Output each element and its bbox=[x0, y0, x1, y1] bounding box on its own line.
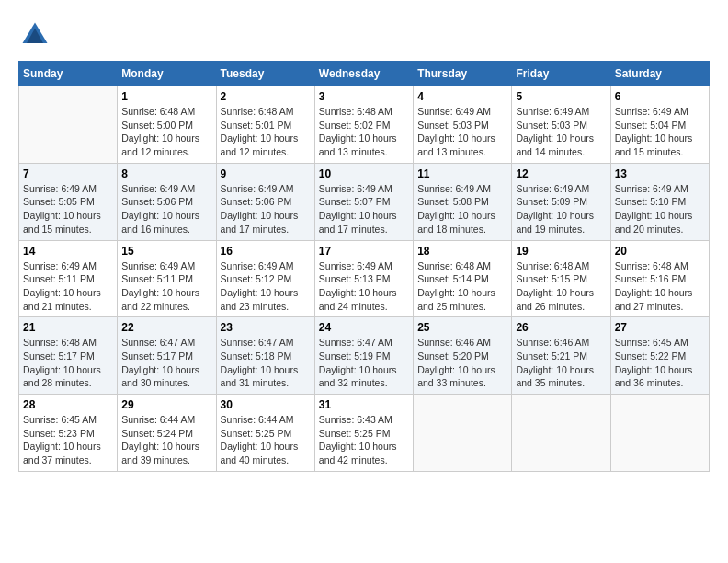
day-info: Sunrise: 6:49 AMSunset: 5:03 PMDaylight:… bbox=[417, 105, 507, 159]
day-info: Sunrise: 6:48 AMSunset: 5:16 PMDaylight:… bbox=[615, 259, 705, 314]
calendar-cell: 19Sunrise: 6:48 AMSunset: 5:15 PMDayligh… bbox=[512, 240, 610, 317]
day-number: 24 bbox=[319, 321, 409, 334]
day-number: 17 bbox=[319, 245, 409, 258]
calendar-week-row: 21Sunrise: 6:48 AMSunset: 5:17 PMDayligh… bbox=[19, 317, 710, 395]
day-info: Sunrise: 6:49 AMSunset: 5:11 PMDaylight:… bbox=[121, 259, 211, 314]
day-number: 31 bbox=[319, 398, 409, 411]
day-info: Sunrise: 6:49 AMSunset: 5:05 PMDaylight:… bbox=[23, 182, 113, 236]
calendar-cell: 3Sunrise: 6:48 AMSunset: 5:02 PMDaylight… bbox=[314, 86, 413, 164]
calendar-cell: 21Sunrise: 6:48 AMSunset: 5:17 PMDayligh… bbox=[19, 317, 118, 395]
day-number: 21 bbox=[23, 321, 113, 334]
day-info: Sunrise: 6:44 AMSunset: 5:24 PMDaylight:… bbox=[121, 413, 211, 467]
day-number: 29 bbox=[121, 398, 211, 411]
weekday-header-friday: Friday bbox=[512, 62, 610, 86]
day-info: Sunrise: 6:49 AMSunset: 5:07 PMDaylight:… bbox=[319, 182, 409, 236]
calendar-cell: 27Sunrise: 6:45 AMSunset: 5:22 PMDayligh… bbox=[610, 317, 709, 395]
calendar-cell: 12Sunrise: 6:49 AMSunset: 5:09 PMDayligh… bbox=[512, 163, 610, 240]
day-number: 6 bbox=[615, 90, 705, 103]
calendar-cell: 16Sunrise: 6:49 AMSunset: 5:12 PMDayligh… bbox=[216, 240, 314, 317]
day-number: 20 bbox=[615, 245, 705, 258]
day-number: 4 bbox=[417, 90, 507, 103]
day-info: Sunrise: 6:48 AMSunset: 5:00 PMDaylight:… bbox=[121, 105, 211, 159]
calendar-cell: 8Sunrise: 6:49 AMSunset: 5:06 PMDaylight… bbox=[118, 163, 216, 240]
day-info: Sunrise: 6:46 AMSunset: 5:20 PMDaylight:… bbox=[417, 336, 507, 390]
calendar-cell bbox=[512, 395, 610, 472]
calendar-cell: 26Sunrise: 6:46 AMSunset: 5:21 PMDayligh… bbox=[512, 317, 610, 395]
day-info: Sunrise: 6:48 AMSunset: 5:17 PMDaylight:… bbox=[23, 336, 113, 390]
calendar-cell: 2Sunrise: 6:48 AMSunset: 5:01 PMDaylight… bbox=[216, 86, 314, 164]
day-info: Sunrise: 6:49 AMSunset: 5:06 PMDaylight:… bbox=[221, 182, 311, 236]
page-header bbox=[18, 18, 710, 52]
day-info: Sunrise: 6:48 AMSunset: 5:02 PMDaylight:… bbox=[319, 105, 409, 159]
day-info: Sunrise: 6:49 AMSunset: 5:08 PMDaylight:… bbox=[417, 182, 507, 236]
day-number: 1 bbox=[121, 90, 211, 103]
weekday-header-monday: Monday bbox=[118, 62, 216, 86]
day-info: Sunrise: 6:47 AMSunset: 5:18 PMDaylight:… bbox=[221, 336, 311, 390]
weekday-header-thursday: Thursday bbox=[414, 62, 512, 86]
calendar-cell: 7Sunrise: 6:49 AMSunset: 5:05 PMDaylight… bbox=[19, 163, 118, 240]
day-number: 25 bbox=[417, 321, 507, 334]
calendar-cell: 22Sunrise: 6:47 AMSunset: 5:17 PMDayligh… bbox=[118, 317, 216, 395]
calendar-cell: 25Sunrise: 6:46 AMSunset: 5:20 PMDayligh… bbox=[414, 317, 512, 395]
day-number: 26 bbox=[516, 321, 606, 334]
calendar-cell: 15Sunrise: 6:49 AMSunset: 5:11 PMDayligh… bbox=[118, 240, 216, 317]
calendar-cell: 4Sunrise: 6:49 AMSunset: 5:03 PMDaylight… bbox=[414, 86, 512, 164]
day-number: 14 bbox=[23, 245, 113, 258]
day-number: 19 bbox=[516, 245, 606, 258]
weekday-header-tuesday: Tuesday bbox=[216, 62, 314, 86]
day-info: Sunrise: 6:47 AMSunset: 5:17 PMDaylight:… bbox=[121, 336, 211, 390]
calendar-cell: 11Sunrise: 6:49 AMSunset: 5:08 PMDayligh… bbox=[414, 163, 512, 240]
day-number: 7 bbox=[23, 167, 113, 180]
day-number: 30 bbox=[221, 398, 311, 411]
calendar-cell: 14Sunrise: 6:49 AMSunset: 5:11 PMDayligh… bbox=[19, 240, 118, 317]
day-number: 11 bbox=[417, 167, 507, 180]
calendar-cell: 28Sunrise: 6:45 AMSunset: 5:23 PMDayligh… bbox=[19, 395, 118, 472]
calendar-week-row: 1Sunrise: 6:48 AMSunset: 5:00 PMDaylight… bbox=[19, 86, 710, 164]
day-number: 8 bbox=[121, 167, 211, 180]
calendar-cell bbox=[610, 395, 709, 472]
weekday-header-wednesday: Wednesday bbox=[314, 62, 413, 86]
day-info: Sunrise: 6:45 AMSunset: 5:22 PMDaylight:… bbox=[615, 336, 705, 390]
calendar-cell: 23Sunrise: 6:47 AMSunset: 5:18 PMDayligh… bbox=[216, 317, 314, 395]
logo-icon bbox=[18, 18, 51, 52]
day-number: 23 bbox=[221, 321, 311, 334]
day-info: Sunrise: 6:48 AMSunset: 5:15 PMDaylight:… bbox=[516, 259, 606, 314]
day-info: Sunrise: 6:49 AMSunset: 5:13 PMDaylight:… bbox=[319, 259, 409, 314]
calendar-cell: 13Sunrise: 6:49 AMSunset: 5:10 PMDayligh… bbox=[610, 163, 709, 240]
day-info: Sunrise: 6:49 AMSunset: 5:04 PMDaylight:… bbox=[615, 105, 705, 159]
day-number: 10 bbox=[319, 167, 409, 180]
calendar-cell: 18Sunrise: 6:48 AMSunset: 5:14 PMDayligh… bbox=[414, 240, 512, 317]
day-number: 16 bbox=[221, 245, 311, 258]
day-number: 28 bbox=[23, 398, 113, 411]
day-info: Sunrise: 6:49 AMSunset: 5:10 PMDaylight:… bbox=[615, 182, 705, 236]
day-info: Sunrise: 6:43 AMSunset: 5:25 PMDaylight:… bbox=[319, 413, 409, 467]
day-info: Sunrise: 6:48 AMSunset: 5:01 PMDaylight:… bbox=[221, 105, 311, 159]
weekday-header-saturday: Saturday bbox=[610, 62, 709, 86]
day-number: 18 bbox=[417, 245, 507, 258]
calendar-cell: 5Sunrise: 6:49 AMSunset: 5:03 PMDaylight… bbox=[512, 86, 610, 164]
logo bbox=[18, 18, 57, 52]
day-info: Sunrise: 6:44 AMSunset: 5:25 PMDaylight:… bbox=[221, 413, 311, 467]
calendar-cell: 17Sunrise: 6:49 AMSunset: 5:13 PMDayligh… bbox=[314, 240, 413, 317]
day-number: 9 bbox=[221, 167, 311, 180]
day-info: Sunrise: 6:48 AMSunset: 5:14 PMDaylight:… bbox=[417, 259, 507, 314]
calendar-cell: 6Sunrise: 6:49 AMSunset: 5:04 PMDaylight… bbox=[610, 86, 709, 164]
day-info: Sunrise: 6:45 AMSunset: 5:23 PMDaylight:… bbox=[23, 413, 113, 467]
calendar-cell: 1Sunrise: 6:48 AMSunset: 5:00 PMDaylight… bbox=[118, 86, 216, 164]
calendar-cell: 9Sunrise: 6:49 AMSunset: 5:06 PMDaylight… bbox=[216, 163, 314, 240]
day-number: 5 bbox=[516, 90, 606, 103]
calendar-cell: 29Sunrise: 6:44 AMSunset: 5:24 PMDayligh… bbox=[118, 395, 216, 472]
day-info: Sunrise: 6:49 AMSunset: 5:09 PMDaylight:… bbox=[516, 182, 606, 236]
day-info: Sunrise: 6:49 AMSunset: 5:03 PMDaylight:… bbox=[516, 105, 606, 159]
day-info: Sunrise: 6:47 AMSunset: 5:19 PMDaylight:… bbox=[319, 336, 409, 390]
calendar-cell: 24Sunrise: 6:47 AMSunset: 5:19 PMDayligh… bbox=[314, 317, 413, 395]
day-number: 22 bbox=[121, 321, 211, 334]
day-number: 12 bbox=[516, 167, 606, 180]
day-info: Sunrise: 6:49 AMSunset: 5:06 PMDaylight:… bbox=[121, 182, 211, 236]
calendar-week-row: 28Sunrise: 6:45 AMSunset: 5:23 PMDayligh… bbox=[19, 395, 710, 472]
calendar-cell: 30Sunrise: 6:44 AMSunset: 5:25 PMDayligh… bbox=[216, 395, 314, 472]
weekday-header-row: SundayMondayTuesdayWednesdayThursdayFrid… bbox=[19, 62, 710, 86]
calendar-week-row: 14Sunrise: 6:49 AMSunset: 5:11 PMDayligh… bbox=[19, 240, 710, 317]
day-number: 3 bbox=[319, 90, 409, 103]
calendar-cell: 10Sunrise: 6:49 AMSunset: 5:07 PMDayligh… bbox=[314, 163, 413, 240]
